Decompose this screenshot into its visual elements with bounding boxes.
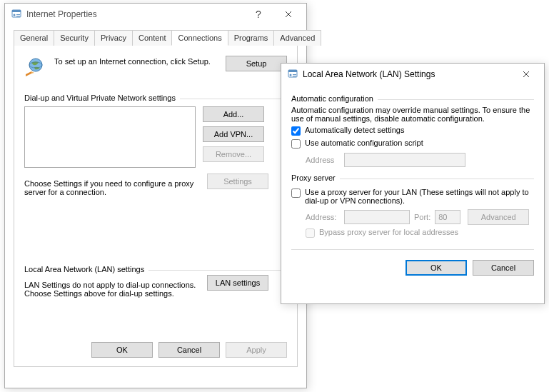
use-script-checkbox[interactable]: Use automatic configuration script bbox=[291, 139, 534, 149]
svg-point-11 bbox=[290, 74, 292, 76]
lan-dialog-buttons: OK Cancel bbox=[291, 260, 534, 276]
lan-group-label: Local Area Network (LAN) settings bbox=[24, 260, 287, 271]
tab-body: To set up an Internet connection, click … bbox=[14, 46, 298, 367]
tab-content[interactable]: Content bbox=[132, 30, 173, 46]
lan-row: LAN Settings do not apply to dial-up con… bbox=[24, 275, 287, 298]
auto-detect-input[interactable] bbox=[291, 126, 301, 136]
lan-close-button[interactable] bbox=[511, 64, 541, 84]
add-button[interactable]: Add... bbox=[203, 106, 264, 122]
bypass-input bbox=[306, 228, 315, 238]
svg-rect-4 bbox=[16, 16, 20, 16]
lan-text: LAN Settings do not apply to dial-up con… bbox=[24, 281, 200, 298]
proxy-address-row: Address: Port: Advanced bbox=[306, 209, 534, 225]
lan-content: Automatic configuration Automatic config… bbox=[281, 85, 544, 284]
ok-button[interactable]: OK bbox=[91, 342, 153, 358]
remove-button: Remove... bbox=[203, 146, 264, 162]
setup-text: To set up an Internet connection, click … bbox=[54, 56, 218, 66]
script-address-row: Address bbox=[306, 153, 534, 167]
internet-options-icon bbox=[287, 69, 298, 80]
lan-settings-window: Local Area Network (LAN) Settings Automa… bbox=[281, 63, 545, 304]
add-vpn-button[interactable]: Add VPN... bbox=[203, 126, 264, 142]
advanced-button: Advanced bbox=[468, 209, 529, 225]
internet-options-icon bbox=[11, 9, 22, 20]
titlebar: Internet Properties ? bbox=[5, 4, 306, 25]
auto-config-desc: Automatic configuration may override man… bbox=[291, 106, 534, 123]
dialog-buttons: OK Cancel Apply bbox=[91, 342, 287, 358]
svg-rect-3 bbox=[16, 14, 20, 15]
dun-buttons: Add... Add VPN... Remove... bbox=[203, 106, 264, 168]
internet-properties-window: Internet Properties ? General Security P… bbox=[4, 3, 307, 388]
svg-rect-13 bbox=[293, 76, 296, 76]
script-address-input bbox=[344, 153, 465, 167]
choose-text: Choose Settings if you need to configure… bbox=[24, 179, 200, 196]
auto-detect-checkbox[interactable]: Automatically detect settings bbox=[291, 126, 534, 136]
script-address-label: Address bbox=[306, 156, 340, 164]
svg-rect-10 bbox=[288, 70, 297, 72]
help-button[interactable]: ? bbox=[243, 4, 273, 24]
tab-general[interactable]: General bbox=[14, 30, 54, 46]
dun-listbox[interactable] bbox=[24, 106, 196, 168]
lan-window-title: Local Area Network (LAN) Settings bbox=[303, 69, 511, 79]
svg-rect-12 bbox=[293, 74, 296, 75]
tab-privacy[interactable]: Privacy bbox=[94, 30, 133, 46]
proxy-port-label: Port: bbox=[414, 213, 430, 221]
dun-area: Add... Add VPN... Remove... bbox=[24, 106, 287, 168]
auto-config-group: Automatic configuration Automatic config… bbox=[291, 99, 534, 171]
dun-group-label: Dial-up and Virtual Private Network sett… bbox=[24, 89, 287, 99]
proxy-group: Proxy server Use a proxy server for your… bbox=[291, 179, 534, 243]
lan-cancel-button[interactable]: Cancel bbox=[473, 260, 534, 276]
use-script-input[interactable] bbox=[291, 139, 301, 149]
close-button[interactable] bbox=[273, 4, 303, 24]
use-proxy-checkbox[interactable]: Use a proxy server for your LAN (These s… bbox=[291, 188, 534, 205]
choose-row: Choose Settings if you need to configure… bbox=[24, 174, 287, 196]
tab-security[interactable]: Security bbox=[54, 30, 95, 46]
auto-config-legend: Automatic configuration bbox=[291, 94, 378, 103]
svg-point-2 bbox=[14, 14, 16, 16]
proxy-legend: Proxy server bbox=[291, 174, 340, 182]
proxy-address-label: Address: bbox=[306, 213, 340, 221]
use-proxy-input[interactable] bbox=[291, 189, 301, 198]
window-content: General Security Privacy Content Connect… bbox=[5, 25, 306, 374]
globe-icon bbox=[24, 56, 47, 79]
lan-settings-button[interactable]: LAN settings bbox=[207, 275, 268, 291]
lan-ok-button[interactable]: OK bbox=[406, 260, 467, 276]
cancel-button[interactable]: Cancel bbox=[158, 342, 220, 358]
tabs: General Security Privacy Content Connect… bbox=[14, 29, 298, 46]
window-title: Internet Properties bbox=[26, 9, 243, 19]
tab-connections[interactable]: Connections bbox=[171, 30, 228, 46]
lan-titlebar: Local Area Network (LAN) Settings bbox=[281, 64, 544, 85]
separator bbox=[291, 249, 534, 250]
setup-button[interactable]: Setup bbox=[226, 56, 287, 71]
tab-advanced[interactable]: Advanced bbox=[273, 30, 321, 46]
proxy-address-input bbox=[344, 210, 410, 224]
tab-programs[interactable]: Programs bbox=[228, 30, 275, 46]
bypass-checkbox: Bypass proxy server for local addresses bbox=[306, 228, 534, 238]
apply-button: Apply bbox=[226, 342, 287, 358]
setup-row: To set up an Internet connection, click … bbox=[24, 56, 287, 79]
svg-rect-1 bbox=[12, 10, 21, 12]
settings-button: Settings bbox=[207, 174, 268, 189]
proxy-port-input bbox=[435, 210, 460, 224]
